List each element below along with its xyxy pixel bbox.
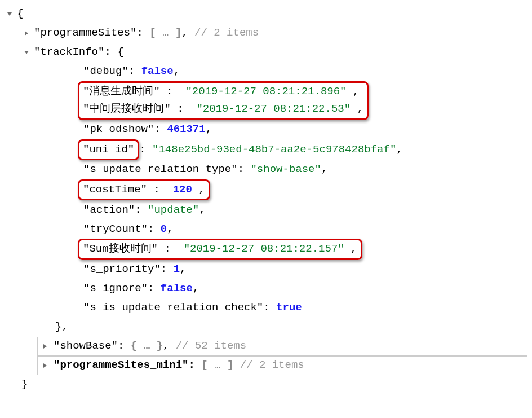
s-update-relation-type-key: "s_update_relation_type" — [83, 161, 238, 178]
highlight-box-3: "costTime" : 120 , — [78, 179, 210, 200]
root-close-brace: } — [21, 376, 28, 393]
track-info-key: "trackInfo" — [34, 43, 104, 61]
highlight-timestamps: "消息生成时间" : "2019-12-27 08:21:21.896" , "… — [78, 81, 527, 120]
track-info-close-row: } , — [5, 318, 527, 337]
programme-sites-mini-row[interactable]: "programmeSites_mini" : [ … ] // 2 items — [37, 356, 527, 375]
mid-recv-time-key: "中间层接收时间" — [83, 103, 171, 115]
s-ignore-row: "s_ignore" : false , — [5, 279, 527, 298]
sum-recv-time-value: "2019-12-27 08:21:22.157" — [184, 243, 344, 255]
toggle-show-base[interactable] — [40, 341, 50, 351]
uni-id-row: "uni_id" : "148e25bd-93ed-48b7-aa2e-5c97… — [5, 139, 527, 160]
cost-time-row: "costTime" : 120 , — [78, 179, 527, 200]
s-priority-row: "s_priority" : 1 , — [5, 260, 527, 279]
programme-sites-key: "programmeSites" — [34, 24, 136, 42]
msg-gen-time-value: "2019-12-27 08:21:21.896" — [185, 85, 346, 98]
msg-gen-time-key: "消息生成时间" — [83, 85, 160, 98]
highlight-box-1: "消息生成时间" : "2019-12-27 08:21:21.896" , "… — [78, 81, 369, 120]
programme-sites-row: "programmeSites" : [ … ] , // 2 items — [5, 24, 527, 43]
sum-recv-time-key: "Sum接收时间" — [83, 243, 158, 255]
programme-sites-mini-key: "programmeSites_mini" — [54, 357, 188, 374]
s-priority-key: "s_priority" — [83, 261, 161, 278]
s-ignore-value: false — [161, 280, 193, 297]
pk-odshow-row: "pk_odshow" : 461371 , — [5, 120, 527, 139]
toggle-root[interactable] — [5, 9, 15, 19]
action-value: "update" — [148, 201, 199, 219]
toggle-programme-sites-mini[interactable] — [40, 360, 50, 371]
pk-odshow-value: 461371 — [167, 121, 205, 138]
json-tree: { "programmeSites" : [ … ] , // 2 items … — [5, 5, 527, 394]
show-base-row[interactable]: "showBase" : { … } , // 52 items — [37, 337, 527, 356]
s-is-update-relation-check-row: "s_is_update_relation_check" : true — [5, 298, 527, 318]
s-is-update-relation-check-value: true — [276, 299, 302, 316]
highlight-box-2: "uni_id" — [78, 139, 139, 160]
cost-time-value: 120 — [173, 183, 192, 196]
sum-recv-time-row: "Sum接收时间" : "2019-12-27 08:21:22.157" , — [78, 239, 527, 259]
show-base-key: "showBase" — [54, 337, 118, 355]
highlight-box-4: "Sum接收时间" : "2019-12-27 08:21:22.157" , — [78, 239, 362, 259]
try-count-key: "tryCount" — [83, 221, 148, 238]
s-update-relation-type-value: "show-base" — [250, 161, 321, 178]
debug-value: false — [141, 63, 174, 80]
root-open-brace: { — [17, 5, 23, 23]
programme-sites-mini-comment: // 2 items — [240, 357, 304, 374]
programme-sites-comment: // 2 items — [194, 24, 259, 42]
s-is-update-relation-check-key: "s_is_update_relation_check" — [83, 299, 263, 316]
try-count-row: "tryCount" : 0 , — [5, 219, 527, 239]
track-info-row: "trackInfo" : { — [5, 43, 527, 62]
cost-time-key: "costTime" — [83, 183, 147, 196]
uni-id-key: "uni_id" — [83, 143, 134, 156]
toggle-track-info[interactable] — [21, 47, 32, 58]
mid-recv-time-value: "2019-12-27 08:21:22.53" — [196, 103, 351, 115]
s-priority-value: 1 — [174, 261, 180, 278]
pk-odshow-key: "pk_odshow" — [83, 121, 154, 138]
toggle-programme-sites[interactable] — [21, 28, 32, 38]
debug-row: "debug" : false , — [5, 62, 527, 81]
uni-id-value: "148e25bd-93ed-48b7-aa2e-5c978428bfaf" — [152, 141, 396, 159]
action-key: "action" — [83, 201, 135, 219]
root-open-row: { — [5, 5, 527, 24]
s-update-relation-type-row: "s_update_relation_type" : "show-base" , — [5, 160, 527, 179]
root-close-row: } — [5, 375, 527, 394]
show-base-comment: // 52 items — [176, 337, 246, 355]
action-row: "action" : "update" , — [5, 200, 527, 219]
debug-key: "debug" — [83, 63, 128, 80]
s-ignore-key: "s_ignore" — [83, 280, 148, 297]
try-count-value: 0 — [161, 221, 167, 238]
